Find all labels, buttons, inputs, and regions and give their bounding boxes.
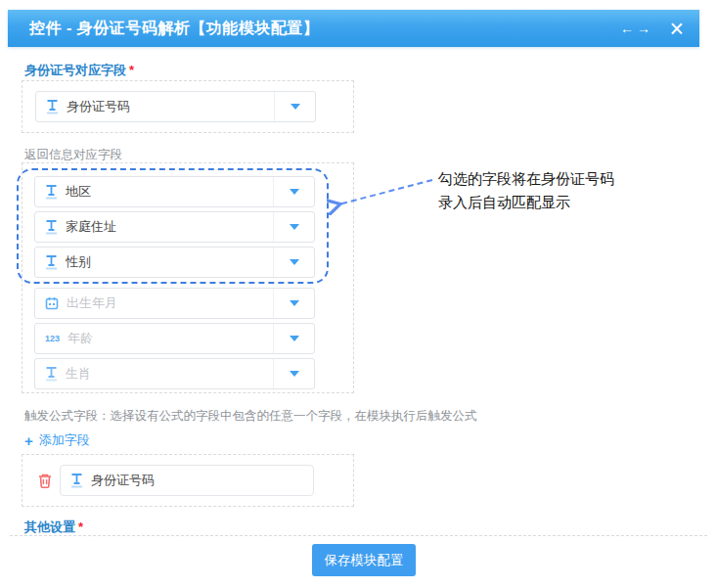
- chevron-down-icon: [290, 224, 299, 230]
- return-field-value: 家庭住址: [66, 218, 116, 236]
- text-field-icon: [45, 219, 58, 235]
- trigger-description: 触发公式字段：选择设有公式的字段中包含的任意一个字段，在模块执行后触发公式: [24, 408, 477, 425]
- text-field-icon: [46, 99, 59, 114]
- return-field-select-gender[interactable]: 性别: [34, 247, 315, 278]
- delete-field-button[interactable]: [36, 472, 54, 489]
- return-field-value: 年龄: [67, 330, 93, 347]
- id-field-container: 身份证号码: [22, 80, 354, 133]
- return-fields-section-label: 返回信息对应字段: [24, 147, 122, 163]
- annotation-line1: 勾选的字段将在身份证号码: [438, 167, 614, 191]
- number-icon: 123: [45, 334, 60, 343]
- required-asterisk: *: [78, 520, 83, 534]
- text-field-icon: [45, 366, 58, 382]
- chevron-down-icon: [290, 336, 299, 341]
- plus-icon: +: [24, 432, 33, 449]
- expand-button[interactable]: ← →: [614, 10, 656, 47]
- annotation-text: 勾选的字段将在身份证号码 录入后自动匹配显示: [438, 167, 614, 214]
- other-settings-label: 其他设置*: [24, 519, 83, 536]
- return-field-value: 性别: [66, 253, 91, 271]
- arrow-left-icon: ←: [620, 21, 634, 36]
- return-field-value: 出生年月: [67, 294, 117, 312]
- section-label-text: 其他设置: [24, 520, 75, 534]
- return-field-select-region[interactable]: 地区: [34, 176, 315, 207]
- add-field-link[interactable]: + 添加字段: [24, 431, 90, 449]
- module-config-dialog: 控件 - 身份证号码解析【功能模块配置】 ← → × 身份证号对应字段* 身份证…: [0, 0, 717, 588]
- add-field-label: 添加字段: [39, 431, 90, 449]
- text-field-icon: [70, 473, 83, 488]
- trash-icon: [37, 473, 53, 489]
- required-asterisk: *: [129, 63, 134, 77]
- return-field-select-zodiac[interactable]: 生肖: [34, 358, 315, 389]
- footer-divider: [10, 535, 707, 536]
- text-field-icon: [45, 254, 58, 270]
- trigger-field-value: 身份证号码: [91, 472, 155, 489]
- return-field-value: 生肖: [66, 365, 91, 383]
- trigger-field-container: 身份证号码: [22, 454, 354, 507]
- dialog-titlebar: 控件 - 身份证号码解析【功能模块配置】 ← → ×: [8, 10, 699, 47]
- section-label-text: 身份证号对应字段: [24, 63, 126, 77]
- id-field-select[interactable]: 身份证号码: [35, 91, 316, 122]
- chevron-down-icon: [290, 371, 299, 377]
- chevron-down-icon: [290, 300, 299, 306]
- text-field-icon: [45, 184, 58, 200]
- id-field-section-label: 身份证号对应字段*: [24, 62, 134, 79]
- arrow-right-icon: →: [637, 21, 650, 36]
- chevron-down-icon: [290, 189, 299, 195]
- chevron-down-icon: [291, 104, 300, 110]
- chevron-down-icon: [290, 259, 299, 265]
- return-field-select-home-address[interactable]: 家庭住址: [34, 211, 315, 243]
- save-module-config-button[interactable]: 保存模块配置: [312, 544, 416, 576]
- annotation-line2: 录入后自动匹配显示: [438, 191, 614, 214]
- calendar-icon: [45, 296, 59, 310]
- close-button[interactable]: ×: [663, 10, 690, 47]
- annotation-arrow: [327, 172, 436, 215]
- return-field-select-birthdate[interactable]: 出生年月: [34, 288, 315, 319]
- close-icon: ×: [669, 17, 684, 41]
- return-field-value: 地区: [66, 183, 91, 201]
- id-field-value: 身份证号码: [67, 98, 130, 115]
- return-field-select-age[interactable]: 123 年龄: [34, 323, 315, 354]
- dialog-title: 控件 - 身份证号码解析【功能模块配置】: [29, 19, 319, 39]
- trigger-field-input[interactable]: 身份证号码: [60, 465, 314, 496]
